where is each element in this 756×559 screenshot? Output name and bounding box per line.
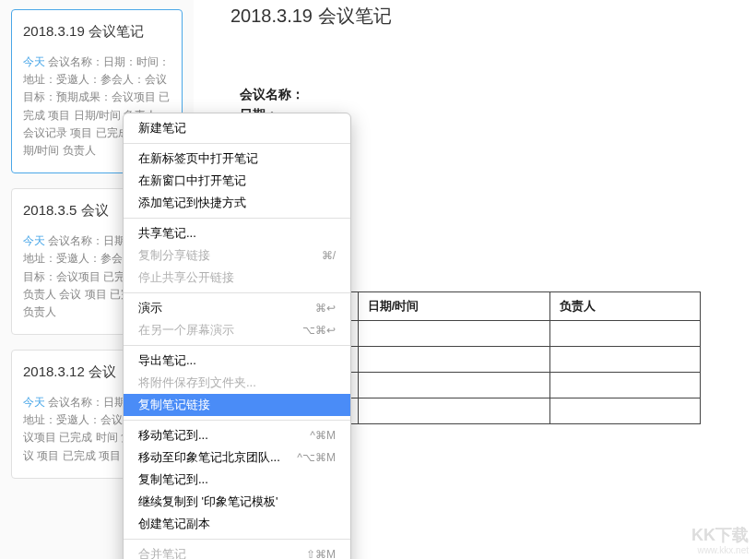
table-header: 日期/时间 bbox=[358, 291, 549, 320]
menu-item[interactable]: 演示⌘↩ bbox=[124, 297, 350, 319]
menu-item[interactable]: 新建笔记 bbox=[124, 117, 350, 139]
menu-item[interactable]: 移动至印象笔记北京团队...^⌥⌘M bbox=[124, 446, 350, 469]
menu-shortcut: ⌘↩ bbox=[315, 302, 336, 315]
menu-item: 合并笔记⇧⌘M bbox=[124, 543, 350, 559]
menu-item: 停止共享公开链接 bbox=[124, 267, 350, 289]
menu-separator bbox=[124, 143, 350, 144]
note-title: 2018.3.19 会议笔记 bbox=[23, 23, 171, 41]
menu-separator bbox=[124, 292, 350, 293]
menu-item-label: 导出笔记... bbox=[138, 352, 196, 369]
today-label: 今天 bbox=[23, 234, 48, 247]
table-header: 负责人 bbox=[549, 291, 700, 320]
menu-item[interactable]: 创建笔记副本 bbox=[124, 513, 350, 535]
document-title: 2018.3.19 会议笔记 bbox=[203, 0, 756, 38]
menu-item-label: 合并笔记 bbox=[138, 546, 186, 559]
menu-item[interactable]: 导出笔记... bbox=[124, 350, 350, 372]
menu-item-label: 创建笔记副本 bbox=[138, 516, 210, 532]
menu-item-label: 在另一个屏幕演示 bbox=[138, 322, 234, 339]
menu-item: 将附件保存到文件夹... bbox=[124, 372, 350, 394]
menu-item-label: 将附件保存到文件夹... bbox=[138, 375, 256, 391]
menu-separator bbox=[124, 539, 350, 540]
menu-shortcut: ⌥⌘↩ bbox=[302, 324, 336, 337]
context-menu[interactable]: 新建笔记在新标签页中打开笔记在新窗口中打开笔记添加笔记到快捷方式共享笔记...复… bbox=[123, 113, 351, 559]
menu-item[interactable]: 继续复制到 '印象笔记模板' bbox=[124, 491, 350, 513]
menu-item-label: 共享笔记... bbox=[138, 225, 196, 242]
menu-item[interactable]: 移动笔记到...^⌘M bbox=[124, 424, 350, 446]
menu-item-label: 新建笔记 bbox=[138, 120, 186, 137]
today-label: 今天 bbox=[23, 55, 48, 68]
menu-item-label: 在新标签页中打开笔记 bbox=[138, 150, 258, 167]
menu-shortcut: ^⌥⌘M bbox=[297, 451, 336, 464]
menu-item[interactable]: 复制笔记链接 bbox=[124, 394, 350, 416]
menu-item-label: 停止共享公开链接 bbox=[138, 269, 234, 286]
menu-separator bbox=[124, 218, 350, 219]
menu-item-label: 移动至印象笔记北京团队... bbox=[138, 449, 280, 466]
menu-item-label: 复制笔记链接 bbox=[138, 397, 210, 413]
menu-item[interactable]: 在新窗口中打开笔记 bbox=[124, 170, 350, 192]
menu-item-label: 移动笔记到... bbox=[138, 427, 208, 444]
menu-item-label: 复制笔记到... bbox=[138, 471, 208, 488]
menu-shortcut: ⌘/ bbox=[322, 249, 336, 262]
menu-item: 复制分享链接⌘/ bbox=[124, 244, 350, 267]
menu-separator bbox=[124, 345, 350, 346]
menu-item[interactable]: 在新标签页中打开笔记 bbox=[124, 148, 350, 170]
menu-item-label: 添加笔记到快捷方式 bbox=[138, 195, 246, 211]
menu-item-label: 复制分享链接 bbox=[138, 247, 210, 264]
menu-item-label: 继续复制到 '印象笔记模板' bbox=[138, 494, 278, 510]
menu-shortcut: ^⌘M bbox=[310, 429, 336, 442]
meeting-name-label: 会议名称： bbox=[240, 84, 728, 104]
menu-item[interactable]: 复制笔记到... bbox=[124, 469, 350, 491]
menu-item: 在另一个屏幕演示⌥⌘↩ bbox=[124, 319, 350, 341]
today-label: 今天 bbox=[23, 396, 48, 409]
menu-item[interactable]: 共享笔记... bbox=[124, 222, 350, 244]
menu-shortcut: ⇧⌘M bbox=[306, 548, 336, 559]
menu-separator bbox=[124, 420, 350, 421]
menu-item[interactable]: 添加笔记到快捷方式 bbox=[124, 192, 350, 214]
watermark: KK下载 www.kkx.net bbox=[691, 527, 749, 555]
menu-item-label: 演示 bbox=[138, 300, 162, 316]
menu-item-label: 在新窗口中打开笔记 bbox=[138, 172, 246, 189]
